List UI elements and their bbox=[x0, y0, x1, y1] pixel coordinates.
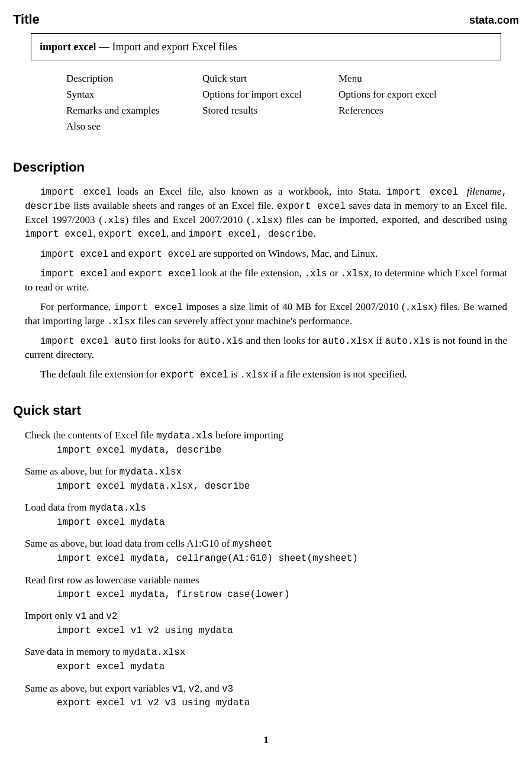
toc-link[interactable]: Options for export excel bbox=[338, 87, 475, 103]
quickstart-desc: Load data from mydata.xls bbox=[25, 501, 507, 515]
quickstart-item: Read first row as lowercase variable nam… bbox=[25, 574, 507, 602]
toc: Description Quick start Menu Syntax Opti… bbox=[66, 71, 483, 135]
quickstart-desc: Check the contents of Excel file mydata.… bbox=[25, 429, 507, 443]
quickstart-code: import excel mydata, firstrow case(lower… bbox=[57, 589, 507, 602]
quickstart-item: Same as above, but load data from cells … bbox=[25, 537, 507, 565]
title-label: Title bbox=[13, 11, 40, 28]
toc-empty bbox=[202, 119, 338, 135]
toc-link[interactable]: Stored results bbox=[202, 103, 338, 119]
toc-link[interactable]: Syntax bbox=[66, 87, 202, 103]
quickstart-code: import excel mydata, cellrange(A1:G10) s… bbox=[57, 553, 507, 566]
quickstart-code: import excel v1 v2 using mydata bbox=[57, 625, 507, 638]
page-header: Title stata.com bbox=[13, 11, 519, 28]
page-number: 1 bbox=[13, 734, 519, 747]
site-link[interactable]: stata.com bbox=[469, 13, 519, 27]
toc-row: Syntax Options for import excel Options … bbox=[66, 87, 483, 103]
description-para: import excel loads an Excel file, also k… bbox=[25, 185, 507, 241]
toc-link[interactable]: Description bbox=[66, 71, 202, 87]
quickstart-desc: Same as above, but export variables v1, … bbox=[25, 682, 507, 696]
quickstart-desc: Read first row as lowercase variable nam… bbox=[25, 574, 507, 587]
quickstart-code: import excel mydata, describe bbox=[57, 444, 507, 457]
quickstart-desc: Save data in memory to mydata.xlsx bbox=[25, 645, 507, 660]
description-para: The default file extension for export ex… bbox=[25, 368, 507, 382]
quickstart-desc: Import only v1 and v2 bbox=[25, 609, 507, 624]
quickstart-item: Load data from mydata.xls import excel m… bbox=[25, 501, 507, 529]
quickstart-code: export excel mydata bbox=[57, 661, 507, 674]
description-para: For performance, import excel imposes a … bbox=[25, 301, 507, 328]
quickstart-desc: Same as above, but load data from cells … bbox=[25, 537, 507, 551]
toc-link[interactable]: Also see bbox=[66, 119, 202, 135]
toc-link[interactable]: Quick start bbox=[202, 71, 338, 87]
description-para: import excel auto first looks for auto.x… bbox=[25, 334, 507, 362]
quickstart-code: import excel mydata bbox=[57, 516, 507, 530]
toc-link[interactable]: Options for import excel bbox=[202, 87, 338, 103]
command-subtitle: Import and export Excel files bbox=[112, 41, 237, 53]
section-heading-quickstart: Quick start bbox=[13, 402, 519, 419]
toc-link[interactable]: References bbox=[338, 103, 475, 119]
toc-empty bbox=[338, 119, 475, 135]
quickstart-item: Import only v1 and v2 import excel v1 v2… bbox=[25, 609, 507, 637]
title-separator: — bbox=[96, 41, 112, 53]
description-para: import excel and export excel look at th… bbox=[25, 267, 507, 295]
description-para: import excel and export excel are suppor… bbox=[25, 247, 507, 262]
section-heading-description: Description bbox=[13, 159, 519, 176]
quickstart-item: Same as above, but export variables v1, … bbox=[25, 682, 507, 710]
toc-row: Also see bbox=[66, 119, 483, 135]
toc-link[interactable]: Menu bbox=[338, 71, 475, 87]
quickstart-desc: Same as above, but for mydata.xlsx bbox=[25, 465, 507, 479]
quickstart-item: Save data in memory to mydata.xlsx expor… bbox=[25, 645, 507, 673]
quickstart-code: import excel mydata.xlsx, describe bbox=[57, 480, 507, 493]
command-name: import excel bbox=[40, 41, 96, 53]
quickstart-code: export excel v1 v2 v3 using mydata bbox=[57, 697, 507, 710]
toc-link[interactable]: Remarks and examples bbox=[66, 103, 202, 119]
command-title-box: import excel — Import and export Excel f… bbox=[31, 33, 501, 60]
quickstart-item: Check the contents of Excel file mydata.… bbox=[25, 429, 507, 457]
quickstart-item: Same as above, but for mydata.xlsx impor… bbox=[25, 465, 507, 493]
toc-row: Remarks and examples Stored results Refe… bbox=[66, 103, 483, 119]
toc-row: Description Quick start Menu bbox=[66, 71, 483, 87]
